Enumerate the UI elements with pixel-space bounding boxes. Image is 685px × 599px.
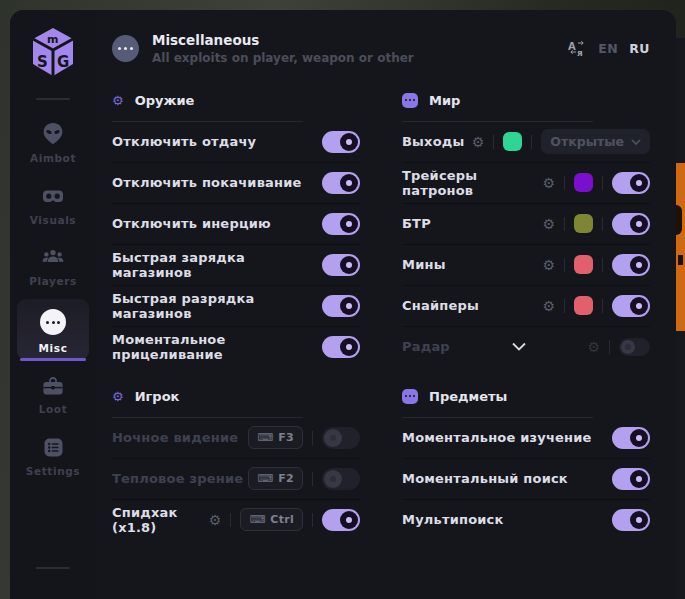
setting-label: Спидхак (x1.8): [112, 505, 209, 535]
color-swatch[interactable]: [503, 132, 522, 151]
color-swatch[interactable]: [574, 296, 593, 315]
toggle-switch[interactable]: [322, 131, 360, 153]
toggle-switch[interactable]: [612, 172, 650, 194]
toggle-switch[interactable]: [612, 427, 650, 449]
setting-label: Моментальный поиск: [402, 471, 568, 486]
section-title: Мир: [429, 93, 460, 108]
setting-label: Моментальное прицеливание: [112, 332, 322, 362]
toggle-switch[interactable]: [322, 468, 360, 490]
setting-row: Быстрая зарядка магазинов: [112, 245, 360, 286]
game-overlay-background: S G m Aimbot Visua: [0, 0, 685, 599]
setting-row-radar: Радар ⚙: [402, 327, 650, 367]
setting-label: Мины: [402, 257, 446, 272]
expand-chevron-icon[interactable]: [511, 342, 527, 351]
separator: [564, 176, 565, 190]
setting-label: Трейсеры патронов: [402, 168, 542, 198]
briefcase-icon: [42, 376, 64, 396]
separator: [230, 513, 231, 527]
svg-text:S: S: [37, 53, 48, 71]
gear-icon[interactable]: ⚙: [542, 299, 555, 313]
sidebar-item-label: Visuals: [30, 214, 76, 226]
page-title: Miscellaneous: [152, 32, 414, 49]
section-title: Предметы: [429, 389, 507, 404]
vr-goggles-icon: [42, 186, 64, 207]
gear-icon[interactable]: ⚙: [209, 513, 222, 527]
sidebar-item-settings[interactable]: Settings: [17, 427, 89, 483]
section-weapon: ⚙ Оружие Отключить отдачу Отключить пока…: [112, 75, 360, 367]
alien-icon: [42, 122, 64, 145]
gear-icon[interactable]: ⚙: [542, 176, 555, 190]
main-content: Miscellaneous All exploits on player, we…: [96, 10, 676, 599]
toggle-switch[interactable]: [619, 338, 650, 356]
chevron-down-icon: [631, 139, 641, 145]
hotkey-badge[interactable]: ⌨Ctrl: [240, 508, 303, 531]
toggle-switch[interactable]: [322, 295, 360, 317]
color-swatch[interactable]: [574, 255, 593, 274]
svg-text:m: m: [47, 33, 58, 46]
svg-text:G: G: [57, 53, 69, 71]
toggle-switch[interactable]: [612, 468, 650, 490]
gear-icon: ⚙: [112, 390, 124, 403]
setting-row: Моментальное изучение: [402, 418, 650, 459]
separator: [564, 258, 565, 272]
sidebar-item-misc[interactable]: Misc: [17, 299, 89, 360]
sidebar-divider: [36, 98, 70, 100]
sidebar-item-loot[interactable]: Loot: [17, 366, 89, 421]
page-subtitle: All exploits on player, weapon or other: [152, 51, 414, 65]
toggle-switch[interactable]: [322, 213, 360, 235]
setting-label: Быстрая разрядка магазинов: [112, 291, 322, 321]
setting-row: Мультипоиск: [402, 500, 650, 540]
setting-label: Моментальное изучение: [402, 430, 592, 445]
gear-icon: ⚙: [112, 94, 124, 107]
toggle-switch[interactable]: [322, 336, 360, 358]
language-en-button[interactable]: EN: [598, 41, 618, 56]
setting-row: Тепловое зрение ⌨F2: [112, 459, 360, 500]
cheat-menu-window: S G m Aimbot Visua: [10, 10, 676, 599]
gear-icon[interactable]: ⚙: [472, 135, 485, 149]
right-column: Мир Выходы ⚙ Открытые: [402, 75, 650, 544]
hotkey-badge[interactable]: ⌨F2: [248, 467, 303, 490]
settings-list-icon: [43, 437, 64, 458]
setting-label: Отключить отдачу: [112, 134, 256, 149]
gear-icon[interactable]: ⚙: [587, 340, 600, 354]
toggle-switch[interactable]: [612, 254, 650, 276]
language-ru-button[interactable]: RU: [629, 41, 650, 56]
toggle-switch[interactable]: [322, 172, 360, 194]
hotkey-badge[interactable]: ⌨F3: [248, 426, 303, 449]
setting-label: Тепловое зрение: [112, 471, 243, 486]
toggle-switch[interactable]: [612, 213, 650, 235]
setting-label: Отключить покачивание: [112, 175, 302, 190]
sidebar-item-label: Settings: [26, 465, 80, 477]
sidebar-item-visuals[interactable]: Visuals: [17, 176, 89, 232]
players-group-icon: [42, 248, 64, 268]
gear-icon[interactable]: ⚙: [542, 217, 555, 231]
keyboard-icon: ⌨: [249, 514, 265, 525]
setting-row: Спидхак (x1.8) ⚙ ⌨Ctrl: [112, 500, 360, 540]
separator: [312, 513, 313, 527]
gear-icon[interactable]: ⚙: [542, 258, 555, 272]
color-swatch[interactable]: [574, 214, 593, 233]
sidebar-item-label: Misc: [39, 342, 68, 354]
sidebar-item-label: Players: [29, 275, 77, 287]
svg-text:я: я: [577, 48, 583, 57]
left-column: ⚙ Оружие Отключить отдачу Отключить пока…: [112, 75, 360, 544]
app-logo-icon: S G m: [30, 26, 76, 78]
sidebar-bottom-divider: [36, 567, 70, 569]
keyboard-icon: ⌨: [257, 432, 273, 443]
toggle-switch[interactable]: [322, 427, 360, 449]
setting-label: Радар: [402, 339, 450, 354]
setting-label: Отключить инерцию: [112, 216, 271, 231]
dropdown-value: Открытые: [550, 134, 624, 149]
dropdown-select[interactable]: Открытые: [541, 129, 650, 154]
setting-label: Мультипоиск: [402, 512, 504, 527]
sidebar-item-aimbot[interactable]: Aimbot: [17, 112, 89, 170]
toggle-switch[interactable]: [612, 295, 650, 317]
toggle-switch[interactable]: [322, 254, 360, 276]
sidebar-item-players[interactable]: Players: [17, 238, 89, 293]
toggle-switch[interactable]: [612, 509, 650, 531]
color-swatch[interactable]: [574, 173, 593, 192]
setting-label: Выходы: [402, 134, 464, 149]
game-hud-fragment: [676, 163, 685, 331]
toggle-switch[interactable]: [322, 509, 360, 531]
setting-row: Моментальное прицеливание: [112, 327, 360, 367]
